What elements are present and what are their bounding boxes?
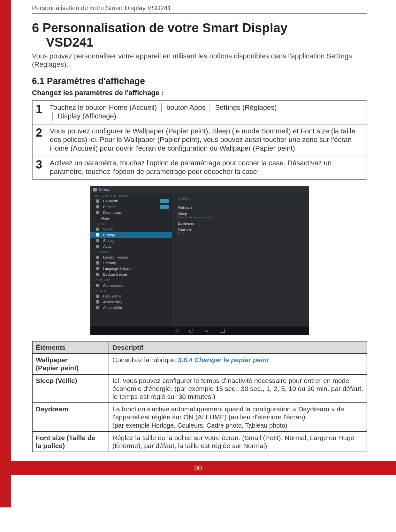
table-cell-desc: Ici, vous pouvez configurer le temps d'i… xyxy=(109,374,367,403)
step-text: Touchez le bouton Home (Accueil) │ bouto… xyxy=(50,103,277,121)
step-number: 1 xyxy=(36,103,50,121)
sidebar-label: Location access xyxy=(103,255,128,259)
steps-container: 1 Touchez le bouton Home (Accueil) │ bou… xyxy=(32,100,367,180)
settings-screenshot: Settings WIRELESS & NETWORKS Bluetooth E… xyxy=(90,186,309,334)
table-header-description: Descriptif xyxy=(109,341,367,354)
sidebar-item-bluetooth[interactable]: Bluetooth xyxy=(90,198,172,204)
sidebar-label: Backup & reset xyxy=(103,273,127,276)
recent-icon[interactable]: ▭ xyxy=(205,328,208,333)
sidebar-item-accessibility[interactable]: Accessibility xyxy=(90,299,172,305)
location-icon xyxy=(96,256,99,259)
step-number: 3 xyxy=(36,159,50,176)
detail-item-daydream[interactable]: Daydream xyxy=(178,220,303,227)
sidebar-item-add-account[interactable]: Add account xyxy=(90,282,172,288)
window-titlebar: Settings xyxy=(90,186,309,193)
step-number: 2 xyxy=(36,127,50,153)
elements-table: Éléments Descriptif Wallpaper (Papier pe… xyxy=(32,341,367,452)
data-icon xyxy=(96,211,99,214)
sidebar-label: Language & input xyxy=(103,267,131,271)
sidebar-item-about[interactable]: About tablet xyxy=(90,305,172,311)
sidebar-item-sound[interactable]: Sound xyxy=(90,226,172,232)
page-footer: 30 xyxy=(0,461,396,475)
sidebar-category: DEVICE xyxy=(90,221,172,226)
sidebar-label: Bluetooth xyxy=(103,199,118,203)
table-row: Font size (Taille de la police) Réglez l… xyxy=(32,431,367,452)
sidebar-label: Date & time xyxy=(103,294,121,298)
detail-item-wallpaper[interactable]: Wallpaper xyxy=(178,204,303,211)
sidebar-category: SYSTEM xyxy=(90,288,172,293)
chapter-title-line2: VSD241 xyxy=(32,35,94,49)
sidebar-item-language[interactable]: Language & input xyxy=(90,266,172,272)
lock-icon xyxy=(96,261,99,265)
table-row: Daydream La fonction s'active automatiqu… xyxy=(32,403,367,431)
backup-icon xyxy=(96,273,99,276)
bluetooth-icon xyxy=(96,199,99,203)
sidebar-label: Ethernet xyxy=(103,205,117,209)
table-cell-name: Daydream xyxy=(32,403,109,431)
clock-icon xyxy=(96,295,99,298)
sidebar-item-backup[interactable]: Backup & reset xyxy=(90,272,172,277)
chapter-title: 6 Personnalisation de votre Smart Displa… xyxy=(32,21,367,49)
sidebar-item-storage[interactable]: Storage xyxy=(90,238,172,244)
sidebar-category: PERSONAL xyxy=(90,249,172,254)
sidebar-item-data-usage[interactable]: Data usage xyxy=(90,210,172,215)
hand-icon xyxy=(96,300,99,303)
side-accent-bar xyxy=(0,0,11,475)
settings-detail-pane: Display Wallpaper Sleep After 2 minutes … xyxy=(172,193,309,326)
sidebar-item-more[interactable]: More… xyxy=(90,215,172,221)
sidebar-category: WIRELESS & NETWORKS xyxy=(90,193,172,198)
plus-icon xyxy=(96,284,99,287)
detail-item-font-size[interactable]: Font size Huge xyxy=(178,227,303,236)
step-row: 2 Vous pouvez configurer le Wallpaper (P… xyxy=(33,124,367,156)
ethernet-icon xyxy=(96,205,99,208)
page-number: 30 xyxy=(194,464,202,472)
detail-sublabel: After 2 minutes of inactivity xyxy=(178,216,303,219)
table-cell-desc: La fonction s'active automatiquement qua… xyxy=(109,403,367,431)
chapter-title-line1: 6 Personnalisation de votre Smart Displa… xyxy=(32,21,287,35)
sidebar-label: Sound xyxy=(103,227,113,231)
sidebar-label: Storage xyxy=(103,239,116,243)
sidebar-item-location[interactable]: Location access xyxy=(90,254,172,260)
table-row: Wallpaper (Papier peint) Consultez la ru… xyxy=(32,354,367,374)
cross-reference-link[interactable]: 3.6.4 Changer le papier peint xyxy=(178,356,269,363)
settings-icon xyxy=(93,188,97,191)
step-row: 1 Touchez le bouton Home (Accueil) │ bou… xyxy=(33,101,367,124)
sidebar-category: ACCOUNTS xyxy=(90,277,172,282)
language-icon xyxy=(96,267,99,270)
detail-label: Sleep xyxy=(178,212,187,216)
detail-sublabel: Huge xyxy=(178,232,303,235)
sidebar-label: Add account xyxy=(103,283,123,287)
sidebar-label: Display xyxy=(103,233,115,237)
toggle-switch[interactable] xyxy=(160,199,169,203)
sidebar-label: Accessibility xyxy=(103,300,122,304)
step1-segment: Display (Affichage). xyxy=(57,112,118,120)
detail-label: Font size xyxy=(178,228,192,232)
home-icon[interactable]: ◯ xyxy=(189,328,193,333)
sidebar-label: Apps xyxy=(103,244,111,248)
sidebar-item-apps[interactable]: Apps xyxy=(90,244,172,249)
apps-icon xyxy=(96,245,99,248)
step-row: 3 Activez un paramètre, touchez l'option… xyxy=(33,156,367,179)
section-subhead: Changez les paramètres de l'affichage : xyxy=(32,89,367,97)
screenshot-icon[interactable] xyxy=(220,329,225,333)
sidebar-item-display[interactable]: Display xyxy=(90,232,172,238)
back-icon[interactable]: ◁ xyxy=(175,328,178,333)
sidebar-item-date-time[interactable]: Date & time xyxy=(90,293,172,299)
settings-sidebar: WIRELESS & NETWORKS Bluetooth Ethernet D… xyxy=(90,193,172,326)
path-separator: │ xyxy=(208,103,213,111)
sidebar-label: More… xyxy=(101,216,113,220)
sidebar-item-security[interactable]: Security xyxy=(90,260,172,266)
detail-item-sleep[interactable]: Sleep After 2 minutes of inactivity xyxy=(178,211,303,220)
table-header-elements: Éléments xyxy=(32,341,109,354)
toggle-switch[interactable] xyxy=(160,205,169,209)
table-row: Sleep (Veille) Ici, vous pouvez configur… xyxy=(32,374,367,403)
path-separator: │ xyxy=(50,112,56,120)
sidebar-item-ethernet[interactable]: Ethernet xyxy=(90,204,172,210)
display-icon xyxy=(96,233,99,236)
running-head: Personnalisation de votre Smart Display … xyxy=(32,3,367,14)
info-icon xyxy=(96,306,99,309)
step1-segment: Settings (Réglages) xyxy=(215,103,277,111)
detail-title: Display xyxy=(178,196,303,202)
section-title: 6.1 Paramètres d'affichage xyxy=(32,76,367,86)
storage-icon xyxy=(96,239,99,242)
